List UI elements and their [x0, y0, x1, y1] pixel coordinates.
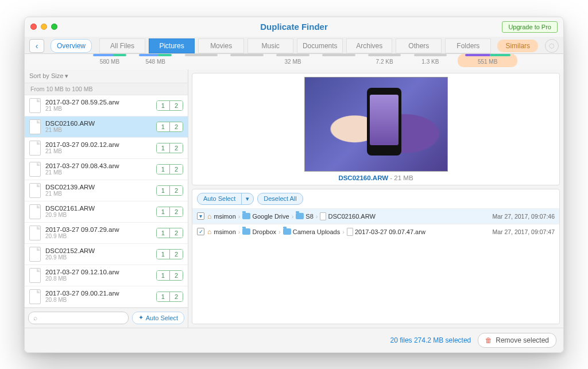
tab-movies[interactable]: Movies: [198, 38, 244, 53]
badge-two[interactable]: 2: [169, 207, 183, 216]
page-title: Duplicate Finder: [25, 22, 563, 32]
badge-two[interactable]: 2: [169, 271, 183, 280]
crumb[interactable]: S8: [296, 213, 313, 220]
list-item[interactable]: DSC02152.ARW20.9 MB12: [25, 244, 188, 265]
file-meta: 2017-03-27 09.00.21.arw20.8 MB: [45, 290, 152, 303]
preview-size: 21 MB: [394, 174, 413, 181]
file-size: 21 MB: [45, 127, 152, 133]
badge-one[interactable]: 1: [157, 271, 169, 280]
tab-all-files[interactable]: All Files: [99, 38, 145, 53]
badge-two[interactable]: 2: [169, 101, 183, 110]
rss-icon[interactable]: ◌: [545, 39, 559, 53]
tab-overview[interactable]: Overview: [51, 39, 92, 53]
badge-one[interactable]: 1: [157, 186, 169, 195]
auto-select-main[interactable]: Auto Select: [198, 193, 241, 204]
crumb-file[interactable]: 2017-03-27 09.07.47.arw: [347, 228, 425, 236]
auto-select-split-button[interactable]: Auto Select ▾: [197, 193, 254, 205]
preview-caption: DSC02160.ARW - 21 MB: [196, 174, 556, 181]
badge-two[interactable]: 2: [169, 122, 183, 131]
tab-music[interactable]: Music: [247, 38, 293, 53]
main-area: Sort by Size ▾ From 10 MB to 100 MB 2017…: [25, 69, 563, 328]
tab-documents[interactable]: Documents: [297, 38, 343, 53]
badge-one[interactable]: 1: [157, 292, 169, 301]
list-item[interactable]: 2017-03-27 08.59.25.arw21 MB12: [25, 95, 188, 116]
file-size: 21 MB: [45, 191, 152, 197]
chevron-left-icon: ‹: [36, 41, 38, 51]
file-meta: 2017-03-27 08.59.25.arw21 MB: [45, 99, 152, 112]
file-meta: DSC02161.ARW20.9 MB: [45, 205, 152, 218]
crumb[interactable]: Google Drive: [242, 213, 289, 220]
list-item[interactable]: DSC02139.ARW21 MB12: [25, 180, 188, 201]
file-list[interactable]: 2017-03-27 08.59.25.arw21 MB12DSC02160.A…: [25, 95, 188, 308]
crumb-file[interactable]: DSC02160.ARW: [320, 212, 375, 220]
badge-one[interactable]: 1: [157, 250, 169, 259]
file-name: 2017-03-27 09.00.21.arw: [45, 290, 152, 297]
chevron-down-icon[interactable]: ▾: [241, 193, 253, 204]
checkbox[interactable]: ▾: [197, 212, 204, 220]
badge-one[interactable]: 1: [157, 122, 169, 131]
list-item[interactable]: 2017-03-27 09.08.43.arw21 MB12: [25, 159, 188, 180]
list-item[interactable]: 2017-03-27 09.07.29.arw20.9 MB12: [25, 223, 188, 244]
badge-two[interactable]: 2: [169, 165, 183, 174]
checkbox[interactable]: ✓: [197, 228, 204, 235]
crumb[interactable]: Dropbox: [242, 228, 276, 235]
badge-one[interactable]: 1: [157, 165, 169, 174]
duplicate-count-badge[interactable]: 12: [156, 270, 183, 281]
badge-two[interactable]: 2: [169, 292, 183, 301]
crumb[interactable]: msimon: [214, 213, 236, 220]
duplicate-count-badge[interactable]: 12: [156, 292, 183, 302]
file-icon: [29, 98, 41, 113]
duplicate-count-badge[interactable]: 12: [156, 185, 183, 196]
file-name: DSC02152.ARW: [45, 247, 152, 254]
duplicate-count-badge[interactable]: 12: [156, 207, 183, 217]
badge-two[interactable]: 2: [169, 143, 183, 153]
file-meta: DSC02152.ARW20.9 MB: [45, 247, 152, 261]
badge-two[interactable]: 2: [169, 186, 183, 195]
list-item[interactable]: 2017-03-27 09.12.10.arw20.8 MB12: [25, 265, 188, 286]
badge-one[interactable]: 1: [157, 207, 169, 216]
duplicate-count-badge[interactable]: 12: [156, 143, 183, 153]
tab-similars[interactable]: Similars: [497, 40, 538, 52]
search-field[interactable]: [40, 314, 123, 321]
badge-one[interactable]: 1: [157, 101, 169, 110]
deselect-all-button[interactable]: Deselect All: [257, 193, 303, 205]
tab-pictures[interactable]: Pictures: [149, 38, 195, 53]
list-item[interactable]: DSC02161.ARW20.9 MB12: [25, 201, 188, 223]
badge-two[interactable]: 2: [169, 228, 183, 238]
search-input[interactable]: ⌕: [28, 312, 129, 324]
crumb[interactable]: Camera Uploads: [283, 228, 341, 235]
tab-others[interactable]: Others: [396, 38, 442, 53]
duplicate-count-badge[interactable]: 12: [156, 100, 183, 111]
file-meta: DSC02139.ARW21 MB: [45, 184, 152, 197]
duplicate-count-badge[interactable]: 12: [156, 122, 183, 132]
path-row[interactable]: ✓⌂msimon›Dropbox›Camera Uploads›2017-03-…: [192, 224, 559, 239]
file-name: DSC02139.ARW: [45, 184, 152, 191]
badge-two[interactable]: 2: [169, 250, 183, 259]
back-button[interactable]: ‹: [29, 39, 44, 53]
titlebar: Duplicate Finder Upgrade to Pro: [25, 17, 563, 37]
duplicate-count-badge[interactable]: 12: [156, 249, 183, 259]
list-item[interactable]: 2017-03-27 09.02.12.arw21 MB12: [25, 138, 188, 159]
badge-one[interactable]: 1: [157, 143, 169, 153]
crumb[interactable]: msimon: [214, 228, 236, 235]
duplicate-count-badge[interactable]: 12: [156, 228, 183, 238]
duplicate-count-badge[interactable]: 12: [156, 164, 183, 174]
list-footer: ⌕ ✦ Auto Select: [25, 308, 188, 328]
badge-one[interactable]: 1: [157, 228, 169, 238]
path-row[interactable]: ▾⌂msimon›Google Drive›S8›DSC02160.ARWMar…: [192, 208, 559, 224]
tab-folders[interactable]: Folders: [445, 38, 491, 53]
trash-icon: 🗑: [485, 336, 492, 344]
file-icon: [29, 141, 41, 156]
tab-archives[interactable]: Archives: [346, 38, 392, 53]
list-item[interactable]: 2017-03-27 09.00.21.arw20.8 MB12: [25, 286, 188, 308]
size-all-files: 580 MB: [100, 59, 119, 65]
folder-icon: [242, 228, 250, 235]
size-similars: 551 MB: [478, 59, 497, 65]
sort-dropdown[interactable]: Sort by Size ▾: [25, 69, 188, 83]
remove-selected-button[interactable]: 🗑 Remove selected: [478, 333, 556, 348]
file-name: 2017-03-27 09.12.10.arw: [45, 269, 152, 275]
auto-select-button[interactable]: ✦ Auto Select: [132, 312, 184, 324]
list-item[interactable]: DSC02160.ARW21 MB12: [25, 116, 188, 138]
detail-pane: DSC02160.ARW - 21 MB Auto Select ▾ Desel…: [188, 69, 563, 328]
file-size: 20.8 MB: [45, 297, 152, 303]
